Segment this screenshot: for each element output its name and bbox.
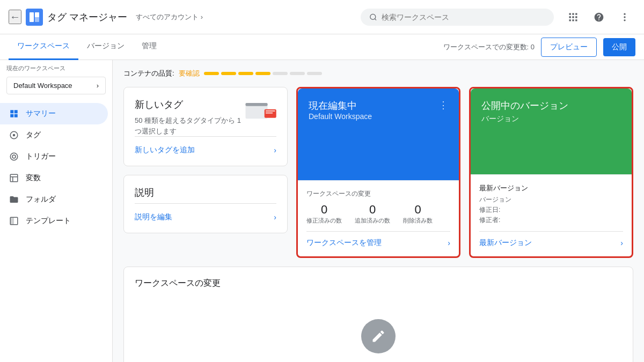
variable-icon xyxy=(9,173,19,183)
stat-added-label: 追加済みの数 xyxy=(355,217,390,225)
changes-section: ワークスペースの変更 xyxy=(123,267,633,362)
workspace-label: 現在のワークスペース xyxy=(0,64,112,72)
svg-rect-3 xyxy=(35,12,39,17)
back-button[interactable]: ← xyxy=(9,10,21,24)
tab-version[interactable]: バージョン xyxy=(78,34,133,60)
help-icon xyxy=(594,12,604,23)
change-count: ワークスペースでの変更数: 0 xyxy=(443,42,535,52)
top-cards: 新しいタグ 50 種類を超えるタグタイプから 1 つ選択します xyxy=(123,87,633,258)
svg-rect-16 xyxy=(10,174,18,182)
sidebar-item-tags[interactable]: タグ xyxy=(0,124,108,146)
new-tag-link-label: 新しいタグを追加 xyxy=(135,145,195,155)
svg-point-14 xyxy=(10,153,18,160)
manage-workspace-label: ワークスペースを管理 xyxy=(306,238,382,248)
quality-bar: コンテナの品質: 要確認 xyxy=(123,69,633,78)
new-tag-link[interactable]: 新しいタグを追加 › xyxy=(135,136,276,155)
sidebar-item-label: トリガー xyxy=(26,152,56,161)
editing-card: 現在編集中 Default Workspace ⋮ xyxy=(298,88,459,180)
workspace-name: Default Workspace xyxy=(13,82,72,90)
header-actions xyxy=(562,6,635,28)
tag-illustration xyxy=(245,98,276,128)
svg-point-15 xyxy=(12,155,16,158)
svg-rect-20 xyxy=(10,217,14,225)
editing-subtitle: Default Workspace xyxy=(309,112,372,121)
svg-rect-25 xyxy=(266,113,273,114)
new-tag-title: 新しいタグ xyxy=(135,98,245,111)
stat-modified-label: 修正済みの数 xyxy=(306,217,342,225)
publish-button[interactable]: 公開 xyxy=(603,38,635,56)
stat-deleted-value: 0 xyxy=(414,203,421,217)
quality-dot-7 xyxy=(307,72,322,75)
stat-modified-value: 0 xyxy=(321,203,327,217)
search-bar[interactable] xyxy=(361,9,554,26)
main-content: コンテナの品質: 要確認 新しいタグ xyxy=(113,60,644,362)
quality-dots xyxy=(204,72,322,75)
quality-dot-4 xyxy=(255,72,270,75)
svg-rect-22 xyxy=(246,103,268,106)
chevron-right-icon: › xyxy=(448,239,450,247)
workspace-selector[interactable]: Default Workspace › xyxy=(6,77,106,94)
sidebar-item-label: テンプレート xyxy=(26,216,71,226)
quality-dot-5 xyxy=(273,72,288,75)
sidebar-item-folders[interactable]: フォルダ xyxy=(0,189,108,210)
preview-button[interactable]: プレビュー xyxy=(541,38,597,57)
svg-rect-9 xyxy=(14,110,18,113)
description-card: 説明 説明を編集 › xyxy=(123,175,288,233)
stat-modified: 0 修正済みの数 xyxy=(306,203,342,225)
latest-version-link[interactable]: 最新バージョン › xyxy=(479,231,623,248)
sidebar-item-variables[interactable]: 変数 xyxy=(0,167,108,189)
svg-rect-1 xyxy=(30,12,34,22)
sidebar-item-label: 変数 xyxy=(26,173,41,183)
quality-dot-3 xyxy=(238,72,253,75)
chevron-right-icon: › xyxy=(620,239,623,247)
stat-deleted: 0 削除済み数 xyxy=(403,203,433,225)
svg-point-13 xyxy=(13,134,16,137)
grid-button[interactable] xyxy=(562,6,584,28)
tab-workspace[interactable]: ワークスペース xyxy=(9,34,78,60)
sidebar-item-label: サマリー xyxy=(26,109,56,119)
desc-link-label: 説明を編集 xyxy=(135,212,172,222)
published-title: 公開中のバージョン xyxy=(481,99,621,112)
version-label: バージョン xyxy=(479,195,623,204)
header: ← タグ マネージャー すべてのアカウント › xyxy=(0,0,644,34)
svg-rect-10 xyxy=(10,114,13,117)
stat-added-value: 0 xyxy=(369,203,376,217)
svg-rect-11 xyxy=(14,114,18,117)
sidebar-item-templates[interactable]: テンプレート xyxy=(0,210,108,232)
chevron-right-icon: › xyxy=(274,213,276,221)
stats-row: 0 修正済みの数 0 追加済みの数 0 削除済み数 xyxy=(306,203,450,225)
version-author: 修正者: xyxy=(479,216,623,225)
published-card-bottom: 最新バージョン バージョン 修正日: 修正者: 最新バージョン › xyxy=(471,174,632,256)
sidebar-item-summary[interactable]: サマリー xyxy=(0,103,108,124)
sidebar: 現在のワークスペース Default Workspace › サマリー タグ ト… xyxy=(0,60,113,362)
editing-title: 現在編集中 xyxy=(309,99,372,112)
chevron-right-icon: › xyxy=(274,146,276,154)
manage-workspace-link[interactable]: ワークスペースを管理 › xyxy=(306,231,450,248)
svg-point-7 xyxy=(624,19,625,21)
sidebar-item-triggers[interactable]: トリガー xyxy=(0,146,108,167)
grid-icon xyxy=(568,12,579,23)
search-input[interactable] xyxy=(382,13,545,21)
template-icon xyxy=(9,216,19,226)
quality-badge: 要確認 xyxy=(179,69,200,78)
tab-admin[interactable]: 管理 xyxy=(133,34,165,60)
editing-card-bottom: ワークスペースの変更 0 修正済みの数 0 追加済みの数 0 削除済み数 xyxy=(298,180,459,256)
changes-empty-state xyxy=(135,298,622,362)
sidebar-item-label: タグ xyxy=(26,130,41,140)
version-date: 修正日: xyxy=(479,205,623,215)
editing-more-button[interactable]: ⋮ xyxy=(438,99,448,111)
svg-rect-8 xyxy=(10,110,13,113)
help-button[interactable] xyxy=(588,6,610,28)
breadcrumb[interactable]: すべてのアカウント › xyxy=(136,12,203,22)
desc-link[interactable]: 説明を編集 › xyxy=(135,203,276,222)
gtm-logo xyxy=(26,9,43,26)
more-icon xyxy=(619,12,630,23)
more-button[interactable] xyxy=(614,6,635,28)
editing-card-wrapper: 現在編集中 Default Workspace ⋮ ワークスペースの変更 0 修… xyxy=(296,87,460,258)
folder-icon xyxy=(9,194,19,205)
summary-icon xyxy=(9,108,19,119)
published-card-wrapper: 公開中のバージョン バージョン 最新バージョン バージョン 修正日: 修正者: xyxy=(469,87,633,258)
sidebar-item-label: フォルダ xyxy=(26,195,56,204)
nav-tabs: ワークスペース バージョン 管理 ワークスペースでの変更数: 0 プレビュー 公… xyxy=(0,34,644,60)
app-title: タグ マネージャー xyxy=(47,11,127,24)
